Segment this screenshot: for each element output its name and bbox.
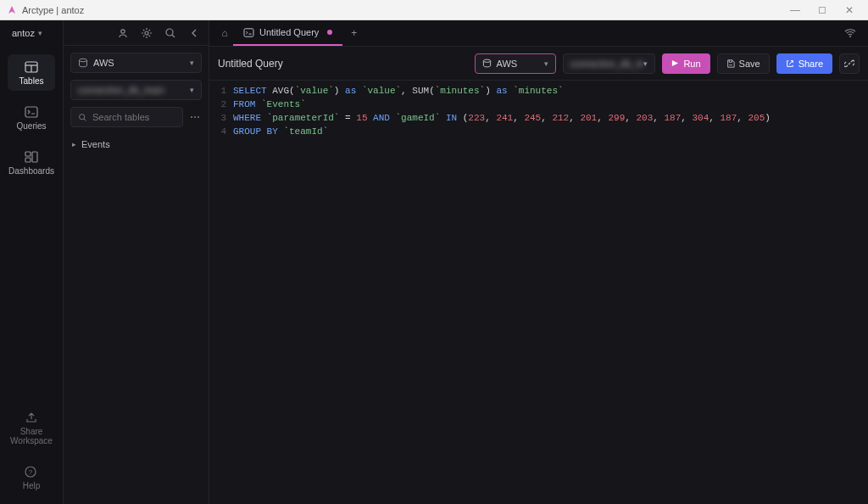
toolbar-db-label: AWS — [497, 59, 518, 69]
chevron-down-icon: ▾ — [544, 59, 548, 68]
svg-point-14 — [80, 114, 85, 119]
tab-bar: ⌂ Untitled Query + — [209, 20, 868, 47]
user-icon[interactable] — [117, 27, 129, 39]
nav-tables[interactable]: Tables — [8, 54, 55, 91]
database-select[interactable]: AWS ▾ — [70, 53, 202, 73]
queries-icon — [25, 106, 38, 118]
database-icon — [482, 59, 492, 68]
nav-item-label: Share Workspace — [10, 427, 53, 445]
nav-dashboards[interactable]: Dashboards — [8, 144, 55, 181]
chevron-down-icon: ▾ — [38, 29, 42, 37]
toolbar-db-select[interactable]: AWS ▾ — [475, 53, 556, 74]
external-link-icon — [786, 59, 794, 68]
toolbar-conn-label: connection_db_m — [570, 59, 644, 69]
window-minimize-button[interactable]: — — [783, 4, 807, 16]
search-tables-input[interactable] — [92, 112, 175, 122]
table-icon — [25, 61, 38, 73]
svg-rect-3 — [25, 107, 37, 117]
tree-item-label: Events — [81, 139, 110, 149]
copy-link-button[interactable] — [839, 53, 860, 74]
dirty-indicator-icon — [327, 30, 332, 35]
svg-point-13 — [80, 59, 87, 62]
window-titlebar: Arctype | antoz — ✕ — [0, 0, 868, 20]
svg-text:?: ? — [29, 468, 33, 476]
window-title: Arctype | antoz — [22, 5, 84, 15]
new-tab-button[interactable]: + — [342, 20, 365, 46]
svg-point-17 — [849, 36, 851, 37]
help-icon: ? — [25, 466, 38, 478]
workspace-name: antoz — [12, 28, 35, 38]
chevron-down-icon: ▾ — [190, 59, 194, 67]
svg-rect-5 — [32, 152, 37, 162]
nav-share-workspace[interactable]: Share Workspace — [8, 405, 55, 451]
gear-icon[interactable] — [141, 27, 153, 39]
svg-line-15 — [84, 119, 86, 120]
nav-item-label: Help — [23, 481, 41, 490]
link-icon — [844, 59, 854, 69]
run-button[interactable]: Run — [662, 53, 709, 74]
nav-queries[interactable]: Queries — [8, 99, 55, 136]
svg-point-11 — [166, 29, 173, 36]
code-area[interactable]: SELECT AVG(`value`) as `value`, SUM(`min… — [233, 84, 868, 504]
tab-untitled-query[interactable]: Untitled Query — [233, 20, 342, 46]
tab-label: Untitled Query — [259, 27, 319, 37]
dashboards-icon — [25, 151, 38, 163]
sidebar-more-button[interactable]: ⋯ — [188, 111, 202, 123]
connection-status-icon — [832, 20, 868, 46]
chevron-down-icon: ▾ — [643, 59, 648, 68]
svg-point-18 — [483, 59, 490, 62]
collapse-sidebar-icon[interactable] — [188, 27, 200, 39]
search-icon — [78, 113, 87, 122]
nav-item-label: Tables — [19, 76, 44, 86]
play-icon — [671, 59, 679, 67]
table-tree: ▸ Events — [70, 136, 202, 153]
save-label: Save — [739, 59, 760, 69]
nav-item-label: Dashboards — [8, 166, 54, 176]
toolbar-conn-select[interactable]: connection_db_m ▾ — [563, 53, 656, 74]
database-icon — [78, 58, 88, 68]
sql-editor[interactable]: 1234 SELECT AVG(`value`) as `value`, SUM… — [209, 81, 868, 504]
chevron-right-icon: ▸ — [72, 140, 76, 148]
share-button[interactable]: Share — [776, 53, 832, 74]
query-title[interactable]: Untitled Query — [218, 58, 283, 70]
main-panel: ⌂ Untitled Query + Untitled Query — [209, 20, 868, 504]
share-icon — [25, 412, 38, 423]
home-tab-button[interactable]: ⌂ — [216, 20, 233, 46]
share-label: Share — [798, 59, 823, 69]
line-gutter: 1234 — [209, 84, 233, 504]
window-close-button[interactable]: ✕ — [837, 4, 861, 16]
chevron-down-icon: ▾ — [190, 86, 194, 94]
database-select-label: AWS — [93, 58, 114, 68]
connection-select[interactable]: connection_db_main ▾ — [70, 80, 202, 100]
svg-line-12 — [172, 35, 175, 37]
tree-item-events[interactable]: ▸ Events — [70, 136, 202, 153]
save-button[interactable]: Save — [717, 53, 770, 74]
app-logo-icon — [7, 5, 17, 15]
search-tables-input-wrap[interactable] — [70, 107, 183, 127]
run-label: Run — [683, 59, 700, 69]
sidebar-panel: AWS ▾ connection_db_main ▾ ⋯ ▸ Events — [64, 20, 209, 504]
nav-column: antoz ▾ Tables Queries Dashboards — [0, 20, 64, 504]
search-icon[interactable] — [164, 27, 176, 39]
svg-point-10 — [145, 31, 148, 35]
window-maximize-button[interactable] — [819, 7, 826, 14]
svg-point-9 — [121, 29, 125, 32]
nav-item-label: Queries — [16, 121, 46, 131]
query-tab-icon — [243, 28, 254, 37]
save-icon — [726, 59, 735, 68]
svg-rect-6 — [25, 158, 31, 162]
svg-rect-4 — [25, 152, 31, 156]
svg-rect-16 — [244, 28, 253, 36]
workspace-switcher[interactable]: antoz ▾ — [0, 20, 63, 46]
query-toolbar: Untitled Query AWS ▾ connection_db_m ▾ — [209, 47, 868, 81]
connection-select-label: connection_db_main — [78, 85, 164, 95]
nav-help[interactable]: ? Help — [8, 459, 55, 496]
